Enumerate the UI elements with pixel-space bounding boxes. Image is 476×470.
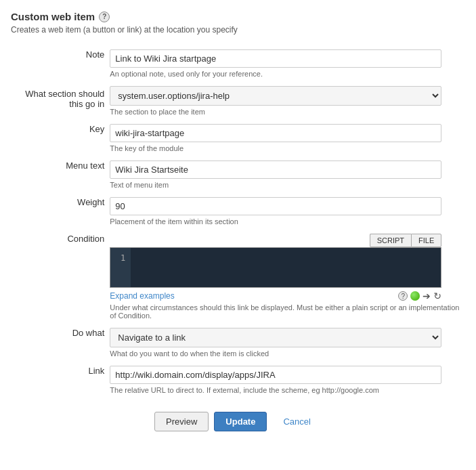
link-row: Link The relative URL to direct to. If e… [11, 362, 465, 398]
condition-help: Under what circumstances should this lin… [110, 303, 462, 320]
condition-arrow-left-icon[interactable]: ↺ [433, 291, 441, 301]
menu-text-label: Menu text [11, 156, 107, 193]
footer-buttons: Preview Update Cancel [11, 412, 465, 431]
note-label: Note [11, 45, 107, 82]
link-field-cell: The relative URL to direct to. If extern… [107, 362, 465, 398]
note-input[interactable] [110, 49, 441, 68]
preview-button[interactable]: Preview [154, 412, 209, 431]
note-help: An optional note, used only for your ref… [110, 70, 462, 78]
do-what-select[interactable]: Navigate to a link Redirect to a URL Ope… [110, 328, 441, 347]
do-what-field-cell: Navigate to a link Redirect to a URL Ope… [107, 324, 465, 362]
menu-text-field-cell: Text of menu item [107, 156, 465, 193]
link-input[interactable] [110, 366, 441, 384]
code-editor[interactable]: 1 [110, 247, 441, 288]
page-subtitle: Creates a web item (a button or link) at… [11, 25, 465, 35]
link-label: Link [11, 362, 107, 398]
expand-examples-link[interactable]: Expand examples [110, 291, 174, 301]
section-row: What section should this go in system.us… [11, 82, 465, 120]
script-button[interactable]: SCRIPT [370, 234, 411, 247]
file-button[interactable]: FILE [411, 234, 441, 247]
page-title: Custom web item [11, 11, 95, 22]
key-field-cell: The key of the module [107, 120, 465, 156]
do-what-row: Do what Navigate to a link Redirect to a… [11, 324, 465, 362]
page-title-area: Custom web item ? [11, 11, 465, 22]
menu-text-input[interactable] [110, 161, 441, 179]
condition-help-icon[interactable]: ? [398, 291, 408, 301]
note-row: Note An optional note, used only for you… [11, 45, 465, 82]
script-file-bar: SCRIPT FILE [110, 234, 441, 247]
line-numbers: 1 [110, 248, 131, 287]
form-table: Note An optional note, used only for you… [11, 45, 465, 398]
condition-row: Condition SCRIPT FILE 1 Expand examples … [11, 230, 465, 324]
section-label: What section should this go in [11, 82, 107, 120]
note-field-cell: An optional note, used only for your ref… [107, 45, 465, 82]
do-what-help: What do you want to do when the item is … [110, 349, 462, 358]
key-help: The key of the module [110, 144, 462, 152]
key-input[interactable] [110, 124, 441, 142]
condition-green-icon [410, 291, 420, 301]
key-label: Key [11, 120, 107, 156]
cancel-button[interactable]: Cancel [272, 412, 321, 431]
menu-text-help: Text of menu item [110, 181, 462, 189]
section-help: The section to place the item [110, 108, 462, 116]
weight-help: Placement of the item within its section [110, 217, 462, 226]
condition-label: Condition [11, 230, 107, 324]
link-help: The relative URL to direct to. If extern… [110, 386, 462, 394]
line-number-1: 1 [116, 252, 125, 265]
weight-label: Weight [11, 193, 107, 230]
condition-field-cell: SCRIPT FILE 1 Expand examples ? ➔ ↺ [107, 230, 465, 324]
expand-row: Expand examples ? ➔ ↺ [110, 291, 441, 301]
code-content[interactable] [131, 248, 441, 287]
weight-input[interactable] [110, 197, 441, 215]
section-field-cell: system.user.options/jira-help system.use… [107, 82, 465, 120]
key-row: Key The key of the module [11, 120, 465, 156]
section-select[interactable]: system.user.options/jira-help system.use… [110, 86, 441, 106]
title-help-icon[interactable]: ? [99, 12, 110, 22]
condition-arrow-right-icon[interactable]: ➔ [423, 291, 431, 301]
condition-icons: ? ➔ ↺ [398, 291, 441, 301]
weight-row: Weight Placement of the item within its … [11, 193, 465, 230]
menu-text-row: Menu text Text of menu item [11, 156, 465, 193]
weight-field-cell: Placement of the item within its section [107, 193, 465, 230]
update-button[interactable]: Update [214, 412, 267, 431]
do-what-label: Do what [11, 324, 107, 362]
